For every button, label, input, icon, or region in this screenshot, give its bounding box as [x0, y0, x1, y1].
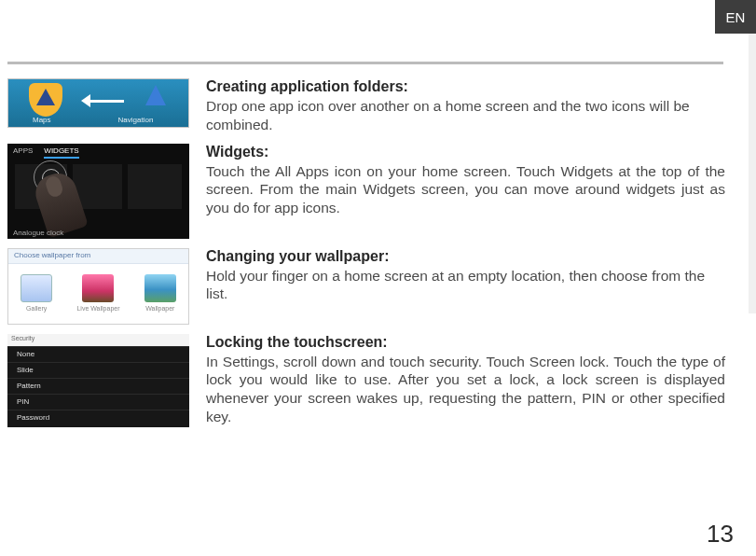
text-folders: Creating application folders: Drop one a… — [206, 78, 725, 134]
maps-icon — [27, 81, 64, 118]
text-widgets: Widgets: Touch the All Apps icon on your… — [206, 144, 725, 239]
wallpaper-opt-gallery: Gallery — [21, 274, 52, 312]
body-locking: In Settings, scroll down and touch secur… — [206, 353, 725, 426]
lock-option-slide: Slide — [7, 362, 189, 378]
section-locking: Security None Slide Pattern PIN Password… — [7, 334, 725, 427]
lock-option-none: None — [7, 346, 189, 362]
header-rule — [7, 62, 723, 64]
thumb-widgets: APPS WIDGETS Analogue clock — [7, 144, 189, 239]
thumb-wallpaper: Choose wallpaper from Gallery Live Wallp… — [7, 248, 189, 325]
edge-stripe — [749, 34, 756, 313]
widget-preview-3 — [128, 164, 182, 209]
section-folders: Maps Navigation Creating application fol… — [7, 78, 725, 134]
content-area: Maps Navigation Creating application fol… — [7, 78, 725, 437]
section-widgets: APPS WIDGETS Analogue clock Widgets: Tou… — [7, 144, 725, 239]
gallery-icon — [21, 274, 52, 302]
body-folders: Drop one app icon over another on a home… — [206, 97, 725, 134]
heading-widgets: Widgets: — [206, 144, 725, 160]
navigation-icon — [137, 81, 174, 118]
text-locking: Locking the touchscreen: In Settings, sc… — [206, 334, 725, 427]
lock-option-pin: PIN — [7, 394, 189, 410]
language-badge: EN — [715, 0, 756, 34]
thumb-folders: Maps Navigation — [7, 78, 189, 134]
wallpaper-opt-wallpaper: Wallpaper — [144, 274, 176, 312]
heading-locking: Locking the touchscreen: — [206, 334, 725, 351]
live-wallpaper-icon — [82, 274, 114, 302]
wallpaper-opt-live: Live Wallpaper — [76, 274, 119, 312]
tab-apps: APPS — [13, 146, 33, 159]
wallpaper-dialog-header: Choose wallpaper from — [8, 249, 188, 264]
thumb-label-maps: Maps — [33, 116, 51, 127]
tab-widgets: WIDGETS — [44, 146, 78, 159]
body-wallpaper: Hold your finger on a home screen at an … — [206, 267, 725, 304]
security-header: Security — [7, 334, 189, 346]
heading-wallpaper: Changing your wallpaper: — [206, 248, 725, 265]
lock-option-password: Password — [7, 410, 189, 425]
text-wallpaper: Changing your wallpaper: Hold your finge… — [206, 248, 725, 325]
wallpaper-icon — [144, 274, 176, 302]
thumb-security: Security None Slide Pattern PIN Password — [7, 334, 189, 427]
lock-option-pattern: Pattern — [7, 378, 189, 394]
arrow-left-icon — [81, 94, 124, 107]
body-widgets: Touch the All Apps icon on your home scr… — [206, 162, 725, 217]
widget-caption: Analogue clock — [13, 229, 63, 237]
section-wallpaper: Choose wallpaper from Gallery Live Wallp… — [7, 248, 725, 325]
page-number: 13 — [707, 520, 734, 549]
thumb-label-navigation: Navigation — [118, 116, 154, 127]
heading-folders: Creating application folders: — [206, 78, 725, 95]
